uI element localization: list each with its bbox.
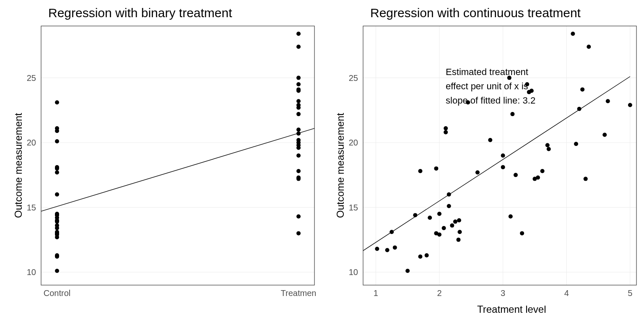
svg-text:4: 4	[564, 288, 569, 298]
svg-text:10: 10	[349, 267, 358, 277]
svg-point-52	[296, 76, 301, 80]
svg-point-102	[488, 138, 492, 142]
left-panel: Regression with binary treatment Outcome…	[0, 0, 322, 322]
svg-point-117	[547, 147, 551, 151]
svg-point-26	[55, 170, 59, 174]
svg-point-82	[418, 254, 422, 259]
svg-point-121	[580, 87, 584, 91]
svg-point-119	[574, 142, 578, 146]
svg-point-29	[55, 139, 59, 143]
chart-svg-right: 1015202512345Estimated treatmenteffect p…	[322, 0, 644, 322]
right-panel: Regression with continuous treatment Out…	[322, 0, 644, 322]
svg-point-79	[393, 245, 397, 249]
svg-point-124	[602, 133, 607, 137]
svg-point-44	[296, 127, 301, 132]
svg-point-126	[628, 103, 632, 107]
svg-point-101	[475, 170, 480, 174]
svg-text:effect per unit of x is: effect per unit of x is	[446, 81, 528, 91]
svg-point-118	[571, 32, 575, 36]
svg-point-37	[296, 169, 301, 173]
svg-text:20: 20	[27, 138, 36, 147]
svg-point-51	[296, 82, 301, 86]
svg-point-87	[434, 166, 438, 171]
svg-text:15: 15	[27, 203, 36, 212]
svg-text:25: 25	[349, 73, 358, 83]
svg-point-94	[447, 192, 451, 197]
svg-point-116	[545, 143, 550, 147]
svg-point-42	[296, 138, 301, 142]
svg-point-38	[296, 153, 301, 158]
svg-point-112	[530, 89, 534, 93]
x-axis-label-right: Treatment level	[477, 304, 546, 315]
svg-point-85	[428, 216, 432, 220]
svg-line-55	[41, 128, 314, 211]
svg-text:1: 1	[374, 288, 378, 298]
svg-point-17	[55, 230, 59, 234]
svg-point-77	[385, 248, 390, 252]
svg-point-114	[536, 176, 540, 180]
svg-point-24	[55, 212, 59, 216]
svg-point-50	[296, 87, 301, 91]
svg-point-97	[456, 238, 460, 242]
chart-pair: Regression with binary treatment Outcome…	[0, 0, 644, 322]
svg-point-98	[457, 218, 461, 223]
svg-point-95	[450, 223, 454, 228]
svg-point-76	[375, 247, 379, 251]
svg-point-115	[540, 169, 545, 173]
svg-point-36	[296, 176, 301, 180]
svg-point-93	[447, 204, 451, 208]
svg-point-11	[55, 269, 59, 273]
svg-text:slope of fitted line: 3.2: slope of fitted line: 3.2	[446, 95, 535, 106]
svg-point-122	[584, 177, 588, 181]
svg-point-81	[413, 213, 417, 217]
svg-point-89	[437, 212, 441, 216]
svg-point-47	[296, 103, 301, 107]
chart-title-left: Regression with binary treatment	[48, 6, 232, 20]
svg-point-123	[587, 44, 591, 49]
y-axis-label-left: Outcome measurement	[13, 113, 24, 218]
svg-point-107	[510, 112, 514, 116]
svg-point-33	[296, 231, 301, 235]
svg-point-31	[55, 126, 59, 130]
svg-point-109	[520, 231, 524, 235]
svg-text:15: 15	[349, 203, 358, 212]
svg-text:Estimated treatment: Estimated treatment	[446, 67, 528, 77]
svg-point-80	[405, 269, 410, 273]
svg-text:Control: Control	[44, 288, 70, 298]
svg-point-99	[457, 230, 462, 234]
svg-point-45	[296, 112, 301, 116]
svg-text:10: 10	[27, 267, 36, 277]
svg-point-88	[437, 232, 441, 236]
svg-point-103	[501, 153, 505, 158]
svg-point-91	[444, 130, 448, 134]
svg-point-84	[425, 253, 429, 257]
svg-rect-8	[41, 26, 314, 285]
svg-point-125	[606, 99, 610, 103]
svg-point-108	[514, 173, 518, 177]
svg-point-90	[442, 226, 446, 230]
chart-title-right: Regression with continuous treatment	[370, 6, 581, 20]
svg-point-32	[55, 100, 59, 104]
y-axis-label-right: Outcome measurement	[335, 113, 346, 218]
svg-point-96	[453, 220, 457, 224]
svg-point-104	[501, 165, 505, 169]
svg-point-106	[509, 214, 513, 218]
svg-point-83	[418, 169, 422, 173]
chart-svg-left: 10152025ControlTreatmen	[0, 0, 322, 322]
svg-point-53	[296, 44, 301, 49]
svg-point-92	[444, 126, 448, 130]
svg-text:25: 25	[27, 73, 36, 83]
svg-point-54	[296, 32, 301, 36]
svg-point-48	[296, 99, 301, 103]
svg-rect-74	[363, 26, 636, 285]
svg-point-28	[55, 165, 59, 169]
svg-text:5: 5	[628, 288, 632, 298]
svg-point-120	[577, 107, 582, 111]
svg-point-78	[390, 230, 394, 234]
svg-text:3: 3	[501, 288, 505, 298]
svg-point-25	[55, 192, 59, 197]
svg-text:Treatmen: Treatmen	[281, 288, 317, 298]
svg-point-34	[296, 214, 301, 218]
svg-point-19	[55, 223, 59, 228]
svg-text:2: 2	[437, 288, 441, 298]
